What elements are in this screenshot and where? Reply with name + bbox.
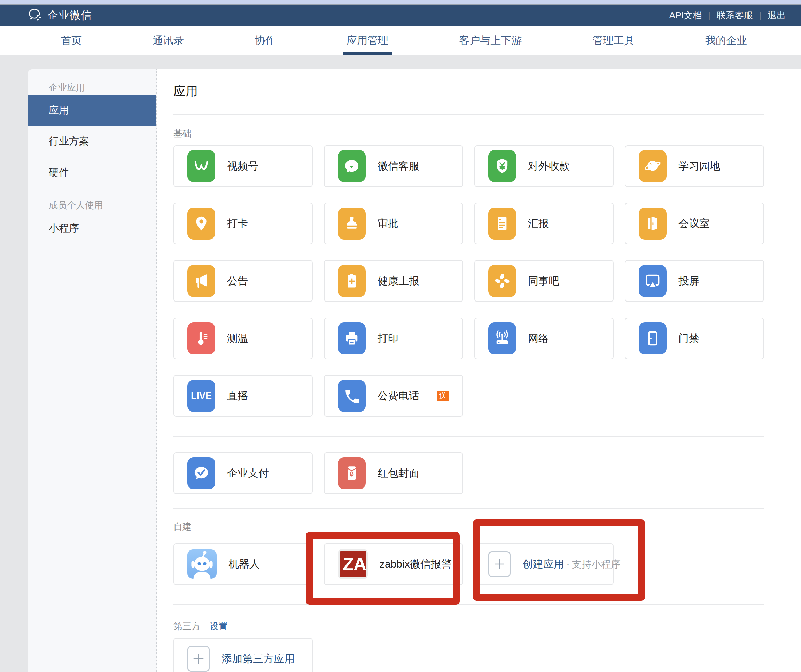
brand: 企业微信 xyxy=(27,7,92,24)
api-docs-link[interactable]: API文档 xyxy=(669,10,702,22)
nav-my-company[interactable]: 我的企业 xyxy=(702,26,751,55)
cast-screen-icon xyxy=(639,265,667,297)
red-packet-icon xyxy=(338,457,366,489)
door-icon xyxy=(639,322,667,354)
chat-service-icon xyxy=(338,150,366,182)
divider xyxy=(174,436,764,437)
stamp-icon xyxy=(338,207,366,240)
phone-icon xyxy=(338,380,366,412)
sidebar-section-personal-use: 成员个人使用 xyxy=(28,198,156,213)
app-card-live[interactable]: LIVE 直播 xyxy=(174,375,313,417)
thermometer-icon xyxy=(187,322,215,354)
wecom-logo-icon xyxy=(27,7,42,24)
page-body: 企业应用 应用 行业方案 硬件 成员个人使用 小程序 应用 基础 视频号 xyxy=(0,55,801,672)
app-card-red-packet[interactable]: 红包封面 xyxy=(324,452,463,494)
divider xyxy=(174,114,764,115)
sidebar-item-mini-programs[interactable]: 小程序 xyxy=(28,213,156,244)
main-content: 应用 基础 视频号 微信客服 xyxy=(157,69,801,672)
group-label-third-party: 第三方 xyxy=(174,620,201,632)
app-card-robot[interactable]: 机器人 xyxy=(174,543,313,585)
live-icon: LIVE xyxy=(187,380,215,412)
divider xyxy=(174,604,764,605)
app-card-free-call[interactable]: 公费电话 送 xyxy=(324,375,463,417)
nav-customers[interactable]: 客户与上下游 xyxy=(455,26,525,55)
nav-collaboration[interactable]: 协作 xyxy=(251,26,279,55)
pay-check-icon xyxy=(187,457,215,489)
app-card-learning[interactable]: 学习园地 xyxy=(625,145,764,187)
main-nav: 首页 通讯录 协作 应用管理 客户与上下游 管理工具 我的企业 xyxy=(0,26,801,55)
app-card-colleagues[interactable]: 同事吧 xyxy=(474,260,614,302)
third-party-header: 第三方 设置 xyxy=(174,620,764,632)
link-separator: | xyxy=(759,10,761,20)
app-card-check-in[interactable]: 打卡 xyxy=(174,203,313,244)
zabbix-icon: ZA xyxy=(338,549,368,579)
app-card-channels[interactable]: 视频号 xyxy=(174,145,313,187)
create-app-label: 创建应用 xyxy=(523,558,564,570)
wecom-admin-screen: 企业微信 API文档 | 联系客服 | 退出 首页 通讯录 协作 应用管理 客户… xyxy=(0,0,801,672)
app-card-print[interactable]: 打印 xyxy=(324,318,463,359)
app-card-announcement[interactable]: 公告 xyxy=(174,260,313,302)
app-card-network[interactable]: 网络 xyxy=(474,318,614,359)
nav-contacts[interactable]: 通讯录 xyxy=(149,26,187,55)
app-card-door-access[interactable]: 门禁 xyxy=(625,318,764,359)
sidebar-section-enterprise-apps: 企业应用 xyxy=(28,80,156,95)
sidebar: 企业应用 应用 行业方案 硬件 成员个人使用 小程序 xyxy=(28,69,157,672)
third-party-grid: 添加第三方应用 xyxy=(174,638,764,672)
megaphone-icon xyxy=(187,265,215,297)
location-pin-icon xyxy=(187,207,215,240)
app-card-approval[interactable]: 审批 xyxy=(324,203,463,244)
app-card-chat-service[interactable]: 微信客服 xyxy=(324,145,463,187)
app-card-collect-payment[interactable]: 对外收款 xyxy=(474,145,614,187)
custom-apps-grid: 机器人 ZA zabbix微信报警 创建应用·支持小程序 xyxy=(174,543,764,585)
add-third-party-label: 添加第三方应用 xyxy=(222,652,294,666)
nav-admin-tools[interactable]: 管理工具 xyxy=(589,26,638,55)
nav-home[interactable]: 首页 xyxy=(58,26,85,55)
app-card-temperature[interactable]: 测温 xyxy=(174,318,313,359)
printer-icon xyxy=(338,322,366,354)
group-label-basic: 基础 xyxy=(174,127,764,140)
link-separator: | xyxy=(708,10,711,20)
third-party-settings-link[interactable]: 设置 xyxy=(210,620,228,632)
app-card-enterprise-pay[interactable]: 企业支付 xyxy=(174,452,313,494)
sidebar-item-apps[interactable]: 应用 xyxy=(28,95,156,126)
meeting-door-icon xyxy=(639,207,667,240)
group-label-custom: 自建 xyxy=(174,521,764,533)
create-app-suffix: 支持小程序 xyxy=(572,559,621,570)
gift-badge: 送 xyxy=(437,391,449,402)
page-title: 应用 xyxy=(174,83,764,100)
app-card-meeting-room[interactable]: 会议室 xyxy=(625,203,764,244)
brand-name: 企业微信 xyxy=(47,8,92,23)
payment-apps-grid: 企业支付 红包封面 xyxy=(174,452,764,494)
channels-icon xyxy=(187,150,215,182)
plus-icon xyxy=(488,551,511,577)
report-doc-icon xyxy=(488,207,516,240)
app-card-report[interactable]: 汇报 xyxy=(474,203,614,244)
add-third-party-card[interactable]: 添加第三方应用 xyxy=(174,638,313,672)
basic-apps-grid: 视频号 微信客服 对外收款 xyxy=(174,145,764,417)
app-card-screen-cast[interactable]: 投屏 xyxy=(625,260,764,302)
payment-shield-icon xyxy=(488,150,516,182)
sidebar-item-hardware[interactable]: 硬件 xyxy=(28,157,156,188)
plus-icon xyxy=(187,646,210,672)
window-top-strip xyxy=(0,0,801,5)
colleagues-icon xyxy=(488,265,516,297)
planet-icon xyxy=(639,150,667,182)
contact-support-link[interactable]: 联系客服 xyxy=(717,10,753,22)
health-kit-icon xyxy=(338,265,366,297)
topbar-links: API文档 | 联系客服 | 退出 xyxy=(669,10,786,22)
divider xyxy=(174,508,764,509)
nav-app-management[interactable]: 应用管理 xyxy=(343,26,392,55)
topbar: 企业微信 API文档 | 联系客服 | 退出 xyxy=(0,5,801,26)
router-icon xyxy=(488,322,516,354)
sidebar-item-industry-solutions[interactable]: 行业方案 xyxy=(28,126,156,157)
robot-icon xyxy=(187,550,217,579)
create-app-card[interactable]: 创建应用·支持小程序 xyxy=(474,543,614,585)
app-card-zabbix-alert[interactable]: ZA zabbix微信报警 xyxy=(324,543,463,585)
app-card-health-report[interactable]: 健康上报 xyxy=(324,260,463,302)
logout-link[interactable]: 退出 xyxy=(767,10,786,22)
